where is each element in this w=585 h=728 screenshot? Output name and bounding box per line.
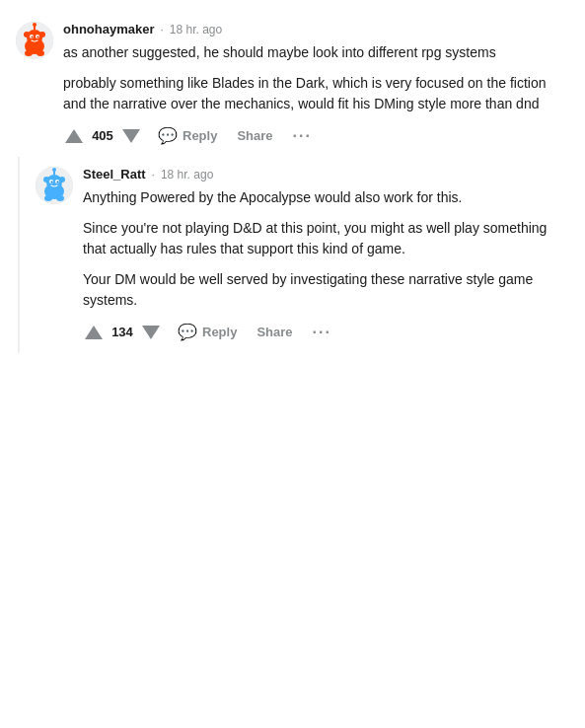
vote-section-2: 134 bbox=[83, 324, 162, 341]
svg-point-3 bbox=[24, 32, 30, 37]
svg-point-24 bbox=[44, 195, 52, 201]
share-button-2[interactable]: Share bbox=[253, 323, 296, 341]
more-button-2[interactable]: ··· bbox=[309, 322, 335, 343]
reply-icon-2: 💬 bbox=[178, 323, 197, 341]
more-button-1[interactable]: ··· bbox=[289, 125, 316, 147]
share-button-1[interactable]: Share bbox=[233, 126, 276, 145]
vote-count-2: 134 bbox=[110, 325, 134, 339]
avatar-2 bbox=[36, 167, 73, 204]
downvote-button-1[interactable] bbox=[120, 127, 142, 145]
comment-2: Steel_Ratt · 18 hr. ago Anything Powered… bbox=[20, 157, 585, 353]
downvote-button-2[interactable] bbox=[140, 324, 162, 341]
upvote-icon-1 bbox=[65, 129, 83, 143]
comment-text-2: Anything Powered by the Apocalypse would… bbox=[83, 187, 569, 311]
svg-point-8 bbox=[37, 36, 39, 38]
svg-point-15 bbox=[46, 175, 62, 190]
svg-point-20 bbox=[51, 182, 53, 183]
comment-body-1: ohnohaymaker · 18 hr. ago as another sug… bbox=[63, 22, 569, 147]
svg-point-11 bbox=[25, 50, 33, 56]
svg-point-2 bbox=[27, 30, 42, 45]
comment-header-1: ohnohaymaker · 18 hr. ago bbox=[63, 22, 569, 36]
comment-time-2: 18 hr. ago bbox=[161, 168, 213, 182]
svg-point-12 bbox=[37, 50, 44, 56]
comment-body-2: Steel_Ratt · 18 hr. ago Anything Powered… bbox=[83, 167, 569, 343]
svg-point-16 bbox=[43, 177, 49, 182]
upvote-button-2[interactable] bbox=[83, 324, 105, 341]
svg-point-4 bbox=[39, 32, 45, 37]
vote-count-1: 405 bbox=[91, 128, 114, 143]
comment-author-1: ohnohaymaker bbox=[63, 22, 154, 36]
reply-icon-1: 💬 bbox=[158, 126, 178, 145]
comment-header-2: Steel_Ratt · 18 hr. ago bbox=[83, 167, 569, 182]
svg-point-7 bbox=[32, 36, 34, 38]
svg-point-23 bbox=[52, 168, 56, 172]
downvote-icon-2 bbox=[142, 326, 160, 339]
svg-point-17 bbox=[59, 177, 65, 182]
svg-point-21 bbox=[57, 182, 59, 183]
comment-author-2: Steel_Ratt bbox=[83, 167, 146, 182]
reply-button-2[interactable]: 💬 Reply bbox=[174, 321, 241, 343]
vote-section-1: 405 bbox=[63, 127, 142, 145]
svg-point-25 bbox=[56, 195, 64, 201]
reply-button-1[interactable]: 💬 Reply bbox=[154, 124, 221, 147]
svg-point-10 bbox=[33, 23, 37, 27]
comment-time-1: 18 hr. ago bbox=[170, 23, 222, 36]
comment-actions-1: 405 💬 Reply Share ··· bbox=[63, 124, 569, 147]
comment-1: ohnohaymaker · 18 hr. ago as another sug… bbox=[0, 12, 585, 157]
downvote-icon-1 bbox=[122, 129, 140, 143]
comment-actions-2: 134 💬 Reply Share ··· bbox=[83, 321, 569, 343]
upvote-button-1[interactable] bbox=[63, 127, 85, 145]
avatar-1 bbox=[16, 22, 53, 59]
comment-text-1: as another suggested, he should maybe lo… bbox=[63, 42, 569, 114]
upvote-icon-2 bbox=[85, 326, 103, 339]
nested-comment-container: Steel_Ratt · 18 hr. ago Anything Powered… bbox=[18, 157, 585, 353]
